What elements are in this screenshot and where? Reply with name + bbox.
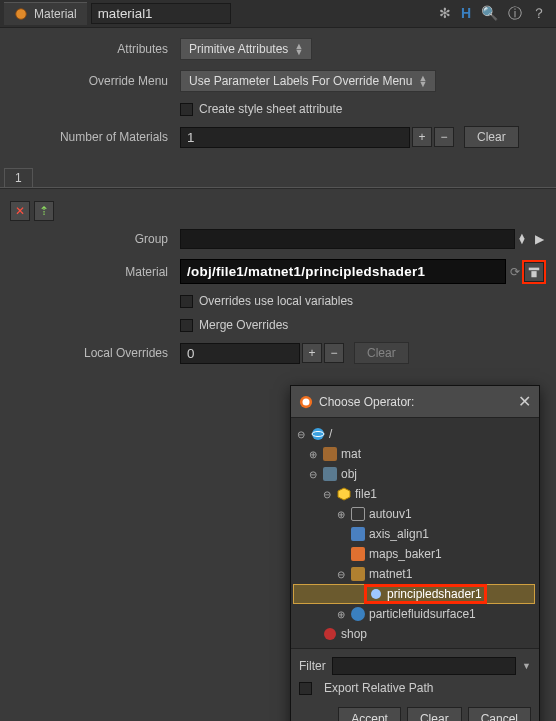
tree-node-shop[interactable]: shop xyxy=(293,624,535,644)
operator-tree[interactable]: ⊖ / ⊕ mat ⊖ obj ⊖ file1 ⊕ autouv1 axis_a… xyxy=(291,418,539,648)
cancel-button[interactable]: Cancel xyxy=(468,707,531,721)
group-dropdown-icon[interactable]: ▲▼ xyxy=(515,234,529,244)
jump-icon[interactable]: ⟳ xyxy=(510,265,520,279)
chevron-down-icon[interactable]: ▼ xyxy=(522,663,531,669)
tree-node-axisalign1[interactable]: axis_align1 xyxy=(293,524,535,544)
material-node-icon xyxy=(14,7,28,21)
attributes-label: Attributes xyxy=(10,42,180,56)
folder-icon xyxy=(323,467,337,481)
num-materials-input[interactable] xyxy=(180,127,410,148)
svg-rect-1 xyxy=(529,267,540,270)
overrides-local-checkbox[interactable] xyxy=(180,295,193,308)
material-label: Material xyxy=(10,265,180,279)
clear-button[interactable]: Clear xyxy=(407,707,462,721)
plus-button[interactable]: + xyxy=(412,127,432,147)
expand-icon[interactable]: ⊕ xyxy=(335,609,347,620)
sop-icon xyxy=(351,547,365,561)
add-button[interactable]: ⇡ xyxy=(34,201,54,221)
sop-icon xyxy=(351,507,365,521)
sop-icon xyxy=(351,607,365,621)
overrides-local-label: Overrides use local variables xyxy=(199,294,353,308)
group-input[interactable] xyxy=(180,229,515,249)
material-path-input[interactable] xyxy=(180,259,506,284)
collapse-icon[interactable]: ⊖ xyxy=(295,429,307,440)
filter-label: Filter xyxy=(299,659,326,673)
shader-icon xyxy=(369,587,383,601)
gear-icon[interactable]: ✻ xyxy=(439,5,451,23)
tree-node-obj[interactable]: ⊖ obj xyxy=(293,464,535,484)
tab-1[interactable]: 1 xyxy=(4,168,33,187)
svg-point-7 xyxy=(371,589,381,599)
override-menu-label: Override Menu xyxy=(10,74,180,88)
search-icon[interactable]: 🔍 xyxy=(481,5,498,23)
collapse-icon[interactable]: ⊖ xyxy=(307,469,319,480)
close-icon[interactable]: ✕ xyxy=(518,392,531,411)
tree-node-matnet1[interactable]: ⊖ matnet1 xyxy=(293,564,535,584)
collapse-icon[interactable]: ⊖ xyxy=(321,489,333,500)
minus-button[interactable]: − xyxy=(324,343,344,363)
tab-label: Material xyxy=(34,7,77,21)
clear-button[interactable]: Clear xyxy=(464,126,519,148)
merge-overrides-label: Merge Overrides xyxy=(199,318,288,332)
expand-icon[interactable]: ⊕ xyxy=(335,509,347,520)
chevron-updown-icon: ▲▼ xyxy=(418,75,427,87)
tree-node-file1[interactable]: ⊖ file1 xyxy=(293,484,535,504)
operator-chooser-button[interactable] xyxy=(524,262,544,282)
svg-point-8 xyxy=(324,628,336,640)
svg-marker-6 xyxy=(338,488,350,500)
tree-node-mapsbaker1[interactable]: maps_baker1 xyxy=(293,544,535,564)
geo-icon xyxy=(337,487,351,501)
collapse-icon[interactable]: ⊖ xyxy=(335,569,347,580)
choose-operator-dialog: Choose Operator: ✕ ⊖ / ⊕ mat ⊖ obj ⊖ fil… xyxy=(290,385,540,721)
accept-button[interactable]: Accept xyxy=(338,707,401,721)
chevron-updown-icon: ▲▼ xyxy=(294,43,303,55)
clear-button[interactable]: Clear xyxy=(354,342,409,364)
minus-button[interactable]: − xyxy=(434,127,454,147)
shop-icon xyxy=(323,627,337,641)
node-name-input[interactable] xyxy=(91,3,231,24)
help-icon[interactable]: ？ xyxy=(532,5,546,23)
create-style-label: Create style sheet attribute xyxy=(199,102,342,116)
merge-overrides-checkbox[interactable] xyxy=(180,319,193,332)
export-relative-checkbox[interactable] xyxy=(299,682,312,695)
export-relative-label: Export Relative Path xyxy=(324,681,433,695)
dialog-titlebar[interactable]: Choose Operator: ✕ xyxy=(291,386,539,418)
svg-point-4 xyxy=(312,428,324,440)
globe-icon xyxy=(311,427,325,441)
arrow-play-icon[interactable]: ▶ xyxy=(535,232,544,246)
tree-root[interactable]: ⊖ / xyxy=(293,424,535,444)
plus-button[interactable]: + xyxy=(302,343,322,363)
tree-node-mat[interactable]: ⊕ mat xyxy=(293,444,535,464)
sop-icon xyxy=(351,527,365,541)
attributes-dropdown[interactable]: Primitive Attributes ▲▼ xyxy=(180,38,312,60)
override-menu-dropdown[interactable]: Use Parameter Labels For Override Menu ▲… xyxy=(180,70,436,92)
group-label: Group xyxy=(10,232,180,246)
tree-node-principledshader1[interactable]: principledshader1 xyxy=(293,584,535,604)
info-icon[interactable]: ⓘ xyxy=(508,5,522,23)
matnet-icon xyxy=(351,567,365,581)
local-overrides-input[interactable] xyxy=(180,343,300,364)
palette-icon xyxy=(323,447,337,461)
local-overrides-label: Local Overrides xyxy=(10,346,180,360)
svg-point-0 xyxy=(16,9,27,20)
num-materials-label: Number of Materials xyxy=(10,130,180,144)
tab-material[interactable]: Material xyxy=(4,2,87,25)
svg-rect-2 xyxy=(531,271,536,277)
expand-icon[interactable]: ⊕ xyxy=(307,449,319,460)
houdini-icon xyxy=(299,395,313,409)
houdini-h-icon[interactable]: H xyxy=(461,5,471,23)
filter-input[interactable] xyxy=(332,657,516,675)
tree-node-particlefluidsurface1[interactable]: ⊕ particlefluidsurface1 xyxy=(293,604,535,624)
remove-button[interactable]: ✕ xyxy=(10,201,30,221)
tree-node-autouv1[interactable]: ⊕ autouv1 xyxy=(293,504,535,524)
create-style-checkbox[interactable] xyxy=(180,103,193,116)
